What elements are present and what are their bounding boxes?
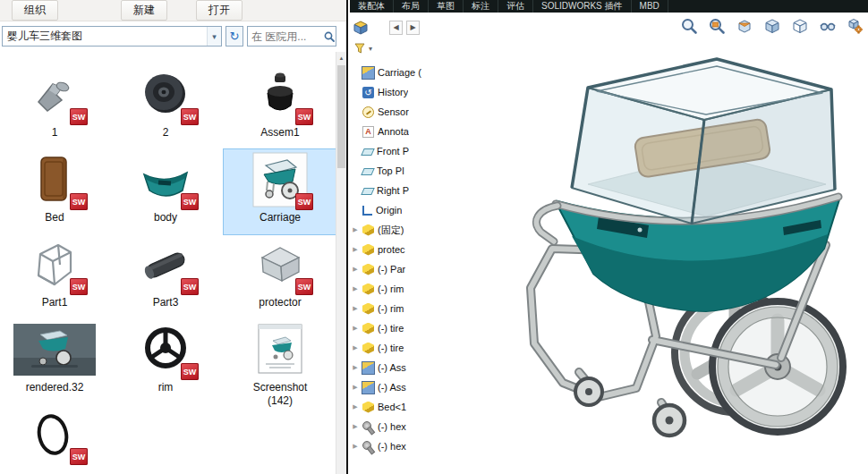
expand-arrow-icon[interactable] (352, 305, 359, 312)
file-item[interactable]: SW rim (107, 319, 224, 404)
refresh-button[interactable]: ↻ (226, 26, 243, 47)
folder-dropdown[interactable]: 婴儿车三维套图 ▾ (2, 26, 222, 47)
ribbon-tab[interactable]: MBD (632, 0, 668, 13)
tree-item[interactable]: (-) tire (350, 318, 421, 338)
file-item[interactable]: SW protector (224, 234, 336, 319)
expand-arrow-icon[interactable] (352, 344, 359, 351)
chevron-down-icon[interactable]: ▾ (207, 27, 221, 46)
expand-arrow-icon[interactable] (352, 403, 359, 411)
file-item-carriage-selected[interactable]: SW Carriage (224, 149, 336, 234)
expand-arrow-icon[interactable] (352, 423, 359, 430)
tree-item[interactable]: Carriage ( (350, 63, 421, 82)
file-item[interactable]: SW Assem1 (224, 64, 336, 149)
expand-arrow-icon[interactable] (352, 325, 359, 332)
tree-item-icon (361, 188, 375, 195)
search-input[interactable] (248, 30, 323, 43)
file-item[interactable]: SW 2 (107, 64, 224, 149)
file-thumbnail: SW (251, 151, 309, 208)
assembly-tab-icon[interactable] (353, 20, 369, 36)
expand-arrow-icon[interactable] (352, 384, 359, 391)
tree-item[interactable]: Sensor (350, 102, 421, 122)
tree-item[interactable]: Bed<1 (350, 397, 421, 417)
search-box[interactable] (247, 26, 336, 47)
file-thumbnail: SW (26, 151, 83, 208)
tree-item[interactable]: protec (350, 240, 421, 259)
tree-item-icon (362, 224, 374, 236)
panel-toolbar: ◀ ▶ (350, 13, 421, 39)
tree-item[interactable]: (-) hex (350, 417, 421, 436)
tree-item[interactable]: History (350, 82, 421, 102)
solidworks-badge-icon: SW (295, 108, 313, 125)
organize-button[interactable]: 组织 (12, 0, 58, 21)
expand-arrow-icon[interactable] (352, 246, 359, 253)
graphics-area[interactable] (421, 13, 868, 474)
tree-item[interactable]: (-) rim (350, 299, 421, 318)
hide-show-icon[interactable] (819, 17, 837, 35)
expand-arrow-icon[interactable] (352, 443, 359, 450)
tree-item-label: Carriage ( (378, 67, 421, 78)
feature-manager-panel: ◀ ▶ ▾ Carriage ( (350, 13, 421, 474)
new-button[interactable]: 新建 (121, 0, 167, 21)
tree-item[interactable]: Front P (350, 141, 421, 161)
tree-item-icon (362, 67, 374, 79)
ribbon-tab[interactable]: 草图 (429, 0, 464, 13)
ribbon-tab[interactable]: SOLIDWORKS 插件 (533, 0, 632, 13)
zoom-fit-icon[interactable] (680, 17, 698, 35)
ribbon-tab[interactable]: 标注 (464, 0, 498, 13)
zoom-area-icon[interactable] (708, 17, 726, 35)
file-item[interactable]: SW 1 (2, 64, 107, 149)
tree-item[interactable]: Top Pl (350, 161, 421, 181)
view-orientation-icon[interactable] (763, 17, 781, 35)
panel-forward-button[interactable]: ▶ (406, 21, 420, 35)
explorer-scrollbar[interactable]: ▲ (336, 52, 346, 474)
file-item-label: 1 (52, 126, 58, 140)
tree-item[interactable]: (-) rim (350, 279, 421, 299)
file-item[interactable]: SW Part3 (107, 234, 224, 319)
file-item[interactable]: SW (2, 404, 107, 474)
file-item-label: rim (158, 381, 174, 394)
tree-item[interactable]: (-) hex (350, 436, 421, 456)
tree-item[interactable]: (固定) (350, 220, 421, 240)
ribbon-tab[interactable]: 评估 (498, 0, 533, 13)
view-settings-icon[interactable] (847, 17, 864, 35)
expand-arrow-icon[interactable] (352, 226, 359, 233)
panel-back-button[interactable]: ◀ (389, 21, 403, 35)
solidworks-badge-icon: SW (181, 278, 199, 295)
tree-item-icon (362, 402, 374, 413)
tree-item-icon (361, 168, 375, 175)
tree-item-icon (362, 106, 374, 118)
tree-item-label: Sensor (378, 106, 409, 117)
tree-item[interactable]: (-) Par (350, 259, 421, 279)
tree-item-icon (362, 244, 374, 256)
scrollbar-thumb[interactable] (337, 65, 345, 168)
tree-item-label: (-) hex (378, 421, 406, 432)
file-item[interactable]: rendered.32 (2, 319, 107, 404)
file-item[interactable]: SW body (107, 149, 224, 234)
file-item[interactable]: Screenshot (142) (224, 319, 336, 404)
scroll-up-icon[interactable]: ▲ (336, 52, 346, 63)
expand-arrow-icon[interactable] (352, 285, 359, 292)
tree-item-label: (-) Par (378, 264, 405, 275)
tree-item[interactable]: Origin (350, 200, 421, 220)
ribbon-tab[interactable]: 装配体 (350, 0, 394, 13)
tree-filter[interactable]: ▾ (350, 39, 421, 57)
file-item-label: Carriage (260, 211, 301, 224)
tree-item[interactable]: (-) Ass (350, 377, 421, 397)
tree-item-label: (-) tire (378, 343, 404, 353)
expand-arrow-icon[interactable] (352, 364, 359, 371)
file-item[interactable]: SW Part1 (2, 234, 107, 319)
tree-item[interactable]: (-) tire (350, 338, 421, 358)
tree-item-label: (-) Ass (378, 362, 406, 373)
file-item[interactable]: SW Bed (2, 149, 107, 234)
tree-item[interactable]: Annota (350, 122, 421, 141)
tree-item[interactable]: Right P (350, 181, 421, 200)
file-item-label: Bed (45, 211, 64, 224)
open-button[interactable]: 打开 (196, 0, 243, 21)
tree-item[interactable]: (-) Ass (350, 358, 421, 377)
expand-arrow-icon[interactable] (352, 266, 359, 273)
section-view-icon[interactable] (736, 17, 753, 35)
tree-item-icon (362, 87, 374, 98)
address-bar: 婴儿车三维套图 ▾ ↻ (0, 21, 346, 52)
display-style-icon[interactable] (791, 17, 809, 35)
ribbon-tab[interactable]: 布局 (394, 0, 429, 13)
